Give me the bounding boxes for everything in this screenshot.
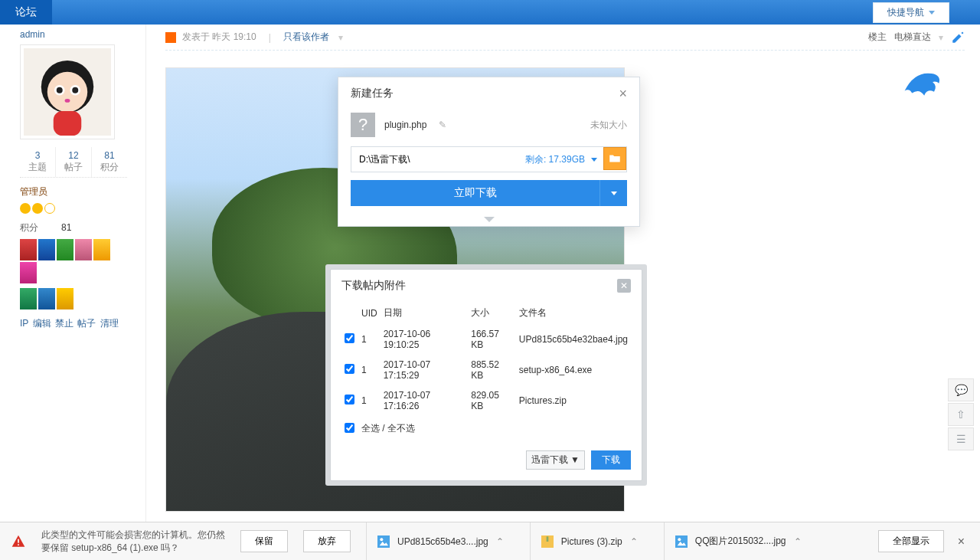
medal-icon (20, 239, 37, 260)
side-tools: 💬 ⇧ ☰ (948, 378, 974, 450)
svg-rect-8 (54, 111, 81, 136)
keep-button[interactable]: 保留 (240, 530, 288, 552)
chevron-down-icon[interactable]: ▾ (338, 32, 343, 43)
close-icon[interactable]: × (953, 535, 969, 549)
medal-icon (38, 239, 55, 260)
close-icon[interactable]: ✕ (617, 279, 631, 293)
select-all-row: 全选 / 全不选 (341, 416, 631, 440)
download-bar: 此类型的文件可能会损害您的计算机。您仍然要保留 setup-x86_64 (1)… (0, 522, 980, 560)
avatar-image (24, 48, 111, 136)
user-role: 管理员 (20, 185, 145, 198)
admin-link-edit[interactable]: 编辑 (33, 318, 51, 329)
chevron-up-icon[interactable]: ⌃ (794, 536, 802, 547)
mood-badges (20, 203, 127, 214)
dialog-title: 新建任务 (351, 87, 394, 100)
comment-icon[interactable]: 💬 (948, 378, 974, 401)
select-all-checkbox[interactable] (345, 423, 354, 433)
top-navbar: 论坛 快捷导航 (0, 0, 980, 25)
medal-icon (57, 239, 74, 260)
path-row: 剩余: 17.39GB (351, 146, 627, 172)
stat-topics[interactable]: 3主题 (20, 147, 56, 177)
attachment-panel: 下载帖内附件 ✕ UID 日期 大小 文件名 1 2017-10-06 19:1… (330, 269, 642, 481)
admin-link-ip[interactable]: IP (20, 318, 28, 329)
xunlei-bird-icon (897, 61, 946, 110)
user-sidebar: admin 3主题 12帖子 81积分 管理员 积分81 (15, 25, 145, 529)
medal-icon (20, 288, 37, 309)
space-left-label[interactable]: 剩余: 17.39GB (525, 153, 585, 166)
forum-tab[interactable]: 论坛 (0, 0, 52, 25)
warning-text: 此类型的文件可能会损害您的计算机。您仍然要保留 setup-x86_64 (1)… (41, 529, 225, 553)
svg-rect-9 (18, 539, 19, 542)
admin-link-ban[interactable]: 禁止 (55, 318, 74, 329)
expand-notch[interactable] (338, 215, 639, 226)
file-icon: ? (351, 113, 375, 137)
attachment-title: 下载帖内附件 (341, 279, 406, 293)
edit-filename-icon[interactable]: ✎ (439, 120, 446, 130)
zip-file-icon (541, 535, 554, 548)
table-row: 1 2017-10-07 17:15:29 885.52 KB setup-x8… (341, 355, 631, 385)
floor-owner-link[interactable]: 楼主 (868, 31, 887, 44)
medal-icon (75, 239, 92, 260)
close-icon[interactable]: × (619, 87, 627, 100)
discard-button[interactable]: 放弃 (303, 530, 351, 552)
quicknav-label: 快捷导航 (887, 6, 924, 19)
browse-folder-button[interactable] (603, 147, 626, 170)
stat-posts[interactable]: 12帖子 (56, 147, 92, 177)
chevron-down-icon[interactable]: ▾ (939, 32, 943, 43)
back-to-top-icon[interactable]: ⇧ (948, 403, 974, 426)
points-row: 积分81 (20, 221, 145, 234)
chevron-up-icon[interactable]: ⌃ (630, 536, 638, 547)
admin-link-clean[interactable]: 清理 (100, 318, 119, 329)
svg-rect-14 (546, 536, 548, 542)
svg-point-16 (678, 538, 681, 541)
only-author-link[interactable]: 只看该作者 (283, 31, 329, 44)
star-icon (44, 203, 55, 214)
medals-row-2 (20, 288, 127, 309)
quicknav-button[interactable]: 快捷导航 (873, 2, 949, 23)
avatar[interactable] (20, 44, 115, 139)
medals-row (20, 239, 127, 283)
download-item[interactable]: QQ图片2015032....jpg ⌃ (664, 522, 812, 560)
attachment-table: UID 日期 大小 文件名 1 2017-10-06 19:10:25 166.… (341, 302, 631, 440)
download-item[interactable]: Pictures (3).zip ⌃ (530, 522, 648, 560)
file-size: 未知大小 (590, 119, 627, 132)
svg-rect-11 (377, 535, 390, 548)
col-size: 大小 (468, 302, 516, 324)
file-name: plugin.php (384, 120, 426, 130)
download-dropdown[interactable] (599, 180, 627, 206)
chevron-up-icon[interactable]: ⌃ (496, 536, 504, 547)
medal-icon (20, 262, 37, 283)
table-row: 1 2017-10-07 17:16:26 829.05 KB Pictures… (341, 385, 631, 416)
path-input[interactable] (351, 147, 519, 172)
stat-points[interactable]: 81积分 (92, 147, 127, 177)
row-checkbox[interactable] (345, 333, 354, 343)
chevron-down-icon (929, 11, 935, 15)
download-item[interactable]: UPd815c65b4e3....jpg ⌃ (366, 522, 514, 560)
row-checkbox[interactable] (345, 395, 354, 404)
post-meta-bar: 发表于 昨天 19:10 | 只看该作者 ▾ 楼主 电梯直达 ▾ (165, 25, 965, 51)
image-file-icon (377, 535, 390, 548)
chevron-down-icon[interactable] (591, 158, 597, 162)
user-icon (165, 32, 176, 43)
medal-icon (38, 288, 55, 309)
svg-point-4 (57, 87, 63, 93)
download-small-button[interactable]: 下载 (591, 450, 631, 470)
posted-at: 发表于 昨天 19:10 (182, 31, 256, 44)
list-icon[interactable]: ☰ (948, 427, 974, 450)
svg-rect-15 (675, 535, 688, 548)
svg-point-12 (380, 538, 383, 541)
admin-link-posts[interactable]: 帖子 (77, 318, 96, 329)
download-button[interactable]: 立即下载 (351, 180, 599, 206)
attachment-panel-wrap: 下载帖内附件 ✕ UID 日期 大小 文件名 1 2017-10-06 19:1… (325, 264, 647, 486)
admin-links: IP 编辑 禁止 帖子 清理 (20, 317, 145, 330)
svg-point-2 (47, 72, 87, 112)
show-all-button[interactable]: 全部显示 (878, 530, 944, 552)
reply-icon[interactable] (951, 31, 965, 44)
row-checkbox[interactable] (345, 364, 354, 374)
col-date: 日期 (381, 302, 469, 324)
download-method-select[interactable]: 迅雷下载 ▼ (526, 450, 585, 470)
user-stats: 3主题 12帖子 81积分 (20, 147, 127, 178)
table-row: 1 2017-10-06 19:10:25 166.57 KB UPd815c6… (341, 324, 631, 355)
elevator-link[interactable]: 电梯直达 (894, 31, 931, 44)
username-link[interactable]: admin (20, 29, 145, 40)
